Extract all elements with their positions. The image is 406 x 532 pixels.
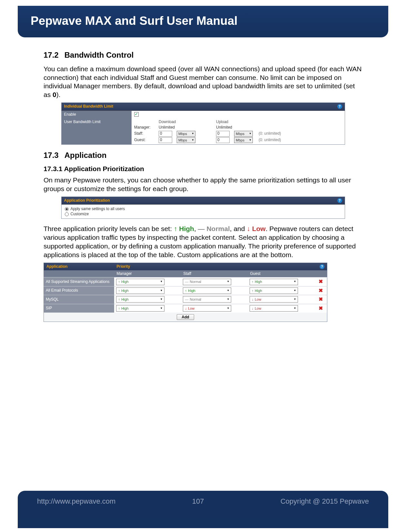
user-bandwidth-label: User Bandwidth Limit [61,118,132,144]
download-header: Download [159,120,199,124]
radio-icon [65,207,69,211]
section-17-3-paragraph-1: On many Pepwave routers, you can choose … [44,176,362,193]
delete-icon[interactable]: ✖ [316,287,325,294]
help-icon[interactable]: ? [320,264,324,269]
panel-title: Individual Bandwidth Limit [64,104,114,109]
priority-select[interactable]: ↓Low [250,296,298,303]
delete-icon[interactable]: ✖ [316,305,325,312]
staff-upload-input[interactable]: 0 [216,131,230,137]
priority-select[interactable]: ↑High [250,287,298,294]
document-footer: http://www.pepwave.com 107 Copyright @ 2… [18,491,388,528]
delete-icon[interactable]: ✖ [316,278,325,285]
section-number: 17.3 [44,150,59,160]
staff-upload-unit-select[interactable]: Mbps [234,131,253,137]
priority-header: Priority ? [114,263,327,270]
staff-row-label: Staff: [134,131,157,136]
application-table-panel: Application Priority ? Manager Staff Gue… [44,263,362,322]
col-manager: Manager [114,270,181,277]
staff-download-input[interactable]: 0 [159,131,172,137]
priority-select[interactable]: ↑High [116,296,164,303]
section-17-2-paragraph: You can define a maximum download speed … [44,65,362,100]
footer-page-number: 107 [192,497,204,506]
manager-row-label: Manager: [134,125,157,130]
app-row-label: All Email Protocols [44,286,114,295]
priority-select[interactable]: ↑High [116,305,164,312]
document-header: Pepwave MAX and Surf User Manual [18,6,388,37]
guest-hint: (0: unlimited) [259,138,297,142]
radio-label: Apply same settings to all users [71,207,125,211]
enable-checkbox[interactable] [134,112,139,117]
table-row: MySQL↑High—Normal↓Low✖ [44,295,327,304]
staff-hint: (0: unlimited) [259,131,297,136]
radio-icon [65,212,69,216]
manager-upload-value: Unlimited [216,125,257,130]
delete-icon[interactable]: ✖ [316,296,325,303]
priority-select[interactable]: ↓Low [183,305,231,312]
col-guest: Guest [248,270,314,277]
document-title: Pepwave MAX and Surf User Manual [31,14,375,28]
section-17-3-heading: 17.3Application [44,150,362,160]
table-row: All Email Protocols↑High↑High↑High✖ [44,286,327,295]
panel-title-row: Individual Bandwidth Limit ? [61,103,345,111]
guest-download-unit-select[interactable]: Mbps [177,137,195,143]
priority-select[interactable]: ↓Low [250,305,298,312]
priority-select[interactable]: ↑High [116,287,164,294]
table-row: All Supported Streaming Applications↑Hig… [44,277,327,286]
footer-copyright: Copyright @ 2015 Pepwave [281,497,369,506]
guest-row-label: Guest: [134,138,157,142]
prioritization-panel: Application Prioritization ? Apply same … [61,197,345,219]
priority-select[interactable]: ↑High [250,279,298,285]
radio-option-same[interactable]: Apply same settings to all users [65,207,342,211]
priority-select[interactable]: —Normal [183,296,231,303]
radio-label: Customize [71,212,89,216]
priority-select[interactable]: ↑High [116,279,164,285]
help-icon[interactable]: ? [337,104,342,109]
col-staff: Staff [181,270,248,277]
radio-option-customize[interactable]: Customize [65,212,342,217]
upload-header: Upload [216,120,257,124]
section-17-2-heading: 17.2Bandwidth Control [44,50,362,60]
section-title: Application [64,151,107,160]
guest-upload-input[interactable]: 0 [216,137,230,143]
panel-title-row: Application Prioritization ? [61,197,345,205]
help-icon[interactable]: ? [337,198,342,203]
add-button[interactable]: Add [177,314,194,320]
panel-title: Application Prioritization [64,198,110,203]
bandwidth-grid: Download Upload Manager: Unlimited Unlim… [134,120,342,143]
priority-select[interactable]: —Normal [183,279,231,285]
document-body: 17.2Bandwidth Control You can define a m… [18,50,388,322]
app-row-label: MySQL [44,295,114,304]
enable-label: Enable [61,111,132,118]
subsection-17-3-1-heading: 17.3.1 Application Prioritization [44,165,362,173]
section-17-3-paragraph-2: Three application priority levels can be… [44,225,362,259]
table-row: SIP↑High↓Low↓Low✖ [44,304,327,313]
app-row-label: SIP [44,304,114,313]
app-row-label: All Supported Streaming Applications [44,277,114,286]
app-header: Application [44,263,114,270]
priority-select[interactable]: ↑High [183,287,231,294]
section-number: 17.2 [44,50,59,60]
guest-upload-unit-select[interactable]: Mbps [234,137,253,143]
bandwidth-limit-panel: Individual Bandwidth Limit ? Enable User… [61,102,345,144]
manager-download-value: Unlimited [159,125,199,130]
staff-download-unit-select[interactable]: Mbps [177,131,195,137]
section-title: Bandwidth Control [64,51,134,59]
guest-download-input[interactable]: 0 [159,137,172,143]
footer-url: http://www.pepwave.com [37,497,115,506]
